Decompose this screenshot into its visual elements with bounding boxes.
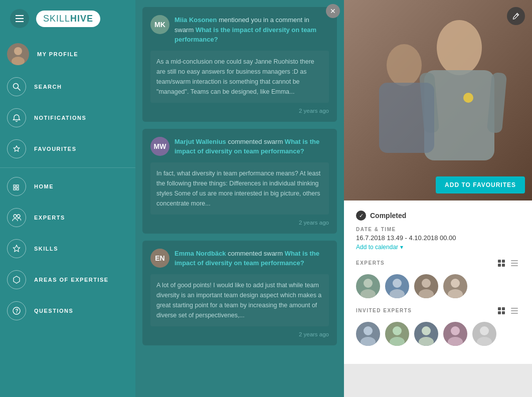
experts-avatars — [356, 274, 520, 298]
sidebar-item-skills[interactable]: SKILLS — [0, 233, 135, 264]
event-info: ✓ Completed DATE & TIME 16.7.2018 13.49 … — [344, 201, 532, 364]
svg-point-48 — [419, 337, 434, 346]
sidebar-item-home[interactable]: HOME — [0, 171, 135, 202]
areas-icon — [7, 270, 26, 289]
close-notification-button[interactable]: ✕ — [326, 4, 340, 18]
avatar-initials: EN — [150, 249, 169, 268]
notif-author-link-3[interactable]: Emma Nordbäck — [174, 250, 226, 257]
invited-expert-avatar-1[interactable] — [356, 322, 380, 346]
svg-rect-23 — [498, 264, 501, 267]
invited-list-view-button[interactable] — [509, 306, 520, 317]
sidebar-item-favourites[interactable]: FAVOURITES — [0, 133, 135, 164]
svg-point-8 — [14, 215, 17, 218]
favourites-label: FAVOURITES — [34, 146, 76, 152]
notif-header-3: EN Emma Nordbäck commented swarm What is… — [150, 249, 329, 268]
invited-expert-initials-2 — [385, 322, 409, 346]
edit-button[interactable] — [507, 7, 525, 25]
completed-label: Completed — [370, 212, 406, 220]
svg-rect-22 — [502, 260, 505, 263]
svg-text:?: ? — [16, 308, 19, 314]
sidebar-item-search[interactable]: SEARCH — [0, 71, 135, 102]
svg-rect-39 — [502, 311, 505, 314]
notification-card-2: MW Marjut Wallenius commented swarm What… — [142, 129, 337, 234]
home-label: HOME — [34, 183, 54, 189]
sidebar-item-questions[interactable]: ? QUESTIONS — [0, 295, 135, 326]
notif-author-link-2[interactable]: Marjut Wallenius — [174, 138, 226, 145]
svg-rect-27 — [511, 265, 518, 266]
svg-marker-10 — [14, 276, 20, 283]
experts-label: EXPERTS — [34, 215, 65, 221]
invited-experts-header: INVITED EXPERTS — [356, 306, 520, 317]
add-favourites-button[interactable]: ADD TO FAVOURITES — [436, 176, 525, 193]
sidebar-item-notifications[interactable]: NOTIFICATIONS — [0, 102, 135, 133]
areas-label: AREAS OF EXPERTISE — [34, 277, 109, 283]
hamburger-line — [16, 18, 24, 19]
notif-time-2: 2 years ago — [150, 220, 329, 226]
hamburger-button[interactable] — [10, 9, 29, 28]
notif-avatar-2: MW — [150, 137, 169, 156]
expert-initials-1 — [356, 274, 380, 298]
notif-avatar-1: MK — [150, 15, 169, 34]
sidebar-item-experts[interactable]: EXPERTS — [0, 202, 135, 233]
hamburger-line — [16, 21, 24, 22]
view-toggle — [496, 259, 520, 269]
svg-line-3 — [18, 88, 20, 90]
svg-point-46 — [390, 337, 405, 346]
svg-point-43 — [364, 326, 373, 335]
app-logo: SKILLHIVE — [36, 11, 100, 27]
invited-expert-avatar-4[interactable] — [443, 322, 467, 346]
completed-icon: ✓ — [356, 211, 366, 221]
expert-avatar-1[interactable] — [356, 274, 380, 298]
notifications-panel: ✕ MK Miia Kosonen mentioned you in a com… — [135, 0, 344, 397]
notif-avatar-3: EN — [150, 249, 169, 268]
right-panel: ADD TO FAVOURITES ✓ Completed DATE & TIM… — [344, 0, 532, 397]
notif-swarm-link-1[interactable]: What is the impact of diversity on team … — [174, 26, 316, 44]
svg-point-45 — [393, 326, 402, 335]
svg-point-31 — [390, 289, 405, 298]
svg-rect-26 — [511, 263, 518, 264]
svg-rect-25 — [511, 260, 518, 261]
sidebar-item-my-profile[interactable]: MY PROFILE — [0, 37, 135, 71]
grid-view-button[interactable] — [496, 259, 507, 269]
logo-bold: HIVE — [70, 14, 93, 24]
invited-expert-avatar-5[interactable] — [472, 322, 496, 346]
experts-header: EXPERTS — [356, 259, 520, 269]
svg-rect-40 — [511, 308, 518, 309]
invited-grid-view-button[interactable] — [496, 306, 507, 317]
invited-expert-initials-5 — [472, 322, 496, 346]
svg-point-50 — [448, 337, 463, 346]
experts-title: EXPERTS — [356, 260, 385, 266]
nav-divider — [0, 167, 135, 168]
notif-author-link-1[interactable]: Miia Kosonen — [174, 16, 217, 24]
main-content: ✕ MK Miia Kosonen mentioned you in a com… — [135, 0, 532, 397]
svg-point-14 — [437, 20, 482, 75]
svg-point-28 — [364, 279, 373, 288]
notif-header-1: MK Miia Kosonen mentioned you in a comme… — [150, 15, 329, 45]
expert-initials-4 — [443, 274, 467, 298]
svg-rect-36 — [498, 307, 501, 310]
svg-point-0 — [14, 47, 22, 55]
svg-rect-6 — [14, 188, 16, 190]
add-to-calendar-link[interactable]: Add to calendar ▾ — [356, 244, 520, 251]
svg-rect-7 — [17, 188, 19, 190]
expert-avatar-3[interactable] — [414, 274, 438, 298]
invited-expert-avatar-3[interactable] — [414, 322, 438, 346]
avatar-image — [7, 43, 29, 65]
notif-action-3: commented swarm — [228, 250, 284, 257]
skills-label: SKILLS — [34, 246, 58, 252]
date-range: 16.7.2018 13.49 - 4.10.2018 00.00 — [356, 234, 520, 242]
svg-rect-38 — [498, 311, 501, 314]
sidebar-item-areas[interactable]: AREAS OF EXPERTISE — [0, 264, 135, 295]
svg-point-33 — [419, 289, 434, 298]
notification-card-3: EN Emma Nordbäck commented swarm What is… — [142, 241, 337, 345]
expert-avatar-2[interactable] — [385, 274, 409, 298]
logo-light: SKILL — [43, 14, 70, 24]
date-time-title: DATE & TIME — [356, 227, 520, 232]
list-view-button[interactable] — [509, 259, 520, 269]
search-label: SEARCH — [34, 84, 62, 90]
skills-icon — [7, 239, 26, 258]
expert-avatar-4[interactable] — [443, 274, 467, 298]
invited-experts-section: INVITED EXPERTS — [356, 306, 520, 346]
invited-expert-avatar-2[interactable] — [385, 322, 409, 346]
svg-rect-4 — [14, 185, 16, 187]
